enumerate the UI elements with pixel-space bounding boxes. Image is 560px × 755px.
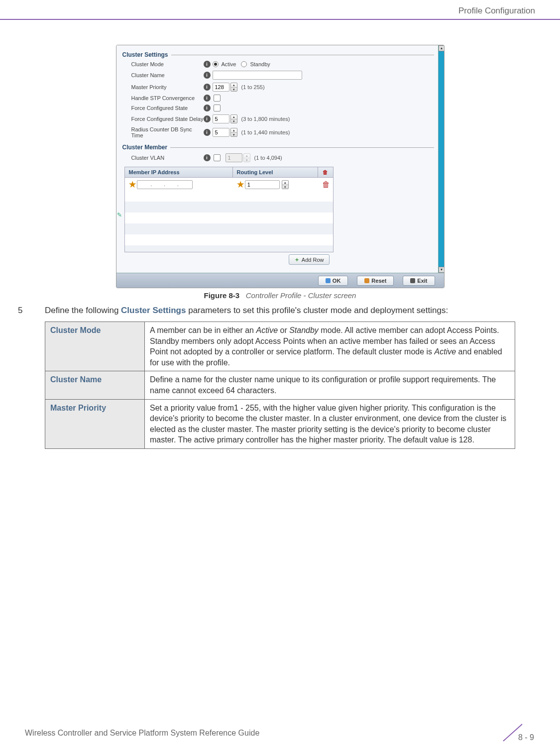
scrollbar-vertical[interactable]: ▴ ▾ xyxy=(438,45,444,273)
radius-sync-label: Radius Counter DB Sync Time xyxy=(131,126,204,138)
header-title: Profile Configuration xyxy=(458,6,535,15)
radius-sync-hint: (1 to 1,440 minutes) xyxy=(241,129,290,135)
master-priority-spinner[interactable]: ▴▾ xyxy=(230,83,237,92)
force-configured-checkbox[interactable] xyxy=(214,105,221,111)
reset-button[interactable]: Reset xyxy=(357,276,394,286)
info-icon[interactable]: i xyxy=(204,154,211,161)
routing-level-spinner[interactable]: ▴▾ xyxy=(282,180,289,189)
cluster-member-fieldset: Cluster Member Cluster VLAN i ▴▾ (1 to 4… xyxy=(122,144,434,265)
add-row-label: Add Row xyxy=(302,257,324,263)
figure-label: Figure 8-3 xyxy=(204,291,240,300)
step-number: 5 xyxy=(15,306,45,316)
col-header-routing: Routing Level xyxy=(233,167,318,177)
member-grid-body: ✎ ★ . . . xyxy=(124,178,334,252)
member-ip-input[interactable]: . . . xyxy=(137,180,193,189)
settings-description-table: Cluster ModeA member can be in either an… xyxy=(45,322,515,449)
figure-description: Controller Profile - Cluster screen xyxy=(246,291,356,300)
reset-icon xyxy=(364,278,369,283)
cluster-vlan-spinner: ▴▾ xyxy=(243,153,250,162)
ok-button[interactable]: OK xyxy=(318,276,348,286)
radius-sync-input[interactable] xyxy=(213,128,229,137)
ok-icon xyxy=(326,278,331,283)
table-row: Cluster NameDefine a name for the cluste… xyxy=(45,371,515,399)
cluster-settings-fieldset: Cluster Settings Cluster Mode i Active xyxy=(122,51,434,140)
info-icon[interactable]: i xyxy=(204,129,211,136)
info-icon[interactable]: i xyxy=(204,61,211,68)
page-header: Profile Configuration xyxy=(0,0,560,20)
force-configured-label: Force Configured State xyxy=(131,105,204,111)
cluster-settings-legend: Cluster Settings xyxy=(122,51,168,58)
setting-term: Cluster Name xyxy=(45,371,145,399)
dialog-footer: OK Reset Exit xyxy=(116,273,444,288)
radio-active[interactable] xyxy=(213,61,219,67)
cluster-vlan-label: Cluster VLAN xyxy=(131,155,204,161)
cluster-name-label: Cluster Name xyxy=(131,72,204,78)
info-icon[interactable]: i xyxy=(204,95,211,102)
info-icon[interactable]: i xyxy=(204,105,211,111)
page-number: 8 - 9 xyxy=(518,733,534,742)
handle-stp-label: Handle STP Convergence xyxy=(131,95,204,101)
handle-stp-checkbox[interactable] xyxy=(214,95,221,102)
force-delay-hint: (3 to 1,800 minutes) xyxy=(241,116,290,122)
table-row: Master PrioritySet a priority value from… xyxy=(45,399,515,448)
setting-definition: Set a priority value from1 - 255, with t… xyxy=(145,399,515,448)
cluster-vlan-hint: (1 to 4,094) xyxy=(254,155,282,161)
exit-button[interactable]: Exit xyxy=(403,276,435,286)
table-row: Cluster ModeA member can be in either an… xyxy=(45,322,515,371)
radio-active-label: Active xyxy=(222,61,236,67)
info-icon[interactable]: i xyxy=(204,84,211,91)
routing-level-input[interactable] xyxy=(245,180,280,189)
footer-doc-title: Wireless Controller and Service Platform… xyxy=(25,729,259,738)
scroll-up-icon[interactable]: ▴ xyxy=(439,45,445,51)
setting-definition: Define a name for the cluster name uniqu… xyxy=(145,371,515,399)
trash-row-icon[interactable]: 🗑 xyxy=(322,180,330,189)
setting-definition: A member can be in either an Active or S… xyxy=(145,322,515,371)
table-row[interactable]: ★ . . . ★ xyxy=(125,178,333,191)
member-grid-header: Member IP Address Routing Level 🗑 xyxy=(124,167,334,178)
trash-header-icon[interactable]: 🗑 xyxy=(323,169,328,175)
page-number-ornament: 8 - 9 xyxy=(500,723,535,743)
page-footer: Wireless Controller and Service Platform… xyxy=(0,723,560,743)
plus-icon: ＋ xyxy=(294,256,300,263)
master-priority-input[interactable] xyxy=(213,83,229,92)
master-priority-hint: (1 to 255) xyxy=(241,84,265,90)
setting-term: Master Priority xyxy=(45,399,145,448)
cluster-vlan-input xyxy=(225,153,242,162)
master-priority-label: Master Priority xyxy=(131,84,204,90)
cluster-name-input[interactable] xyxy=(213,71,302,80)
radius-sync-spinner[interactable]: ▴▾ xyxy=(230,128,237,137)
col-header-ip: Member IP Address xyxy=(125,167,233,177)
setting-term: Cluster Mode xyxy=(45,322,145,371)
screenshot-container: ▴ ▾ Cluster Settings Cluster Mode i xyxy=(116,45,445,288)
info-icon[interactable]: i xyxy=(204,115,211,122)
required-star-icon: ★ xyxy=(237,180,244,189)
force-delay-input[interactable] xyxy=(213,114,229,123)
figure-caption: Figure 8-3 Controller Profile - Cluster … xyxy=(45,291,515,300)
radio-standby[interactable] xyxy=(241,61,247,67)
scroll-down-icon[interactable]: ▾ xyxy=(439,267,445,273)
add-row-button[interactable]: ＋ Add Row xyxy=(289,254,330,265)
required-star-icon: ★ xyxy=(129,180,136,189)
exit-icon xyxy=(410,278,415,283)
cluster-mode-label: Cluster Mode xyxy=(131,61,204,67)
edit-pencil-icon[interactable]: ✎ xyxy=(117,212,122,218)
force-delay-label: Force Configured State Delay xyxy=(131,116,204,122)
radio-standby-label: Standby xyxy=(250,61,270,67)
cluster-member-legend: Cluster Member xyxy=(122,144,168,151)
cluster-vlan-checkbox[interactable] xyxy=(214,154,221,161)
info-icon[interactable]: i xyxy=(204,72,211,79)
step-bold-term: Cluster Settings xyxy=(121,306,186,315)
step-5: 5Define the following Cluster Settings p… xyxy=(15,306,515,316)
force-delay-spinner[interactable]: ▴▾ xyxy=(230,114,237,123)
